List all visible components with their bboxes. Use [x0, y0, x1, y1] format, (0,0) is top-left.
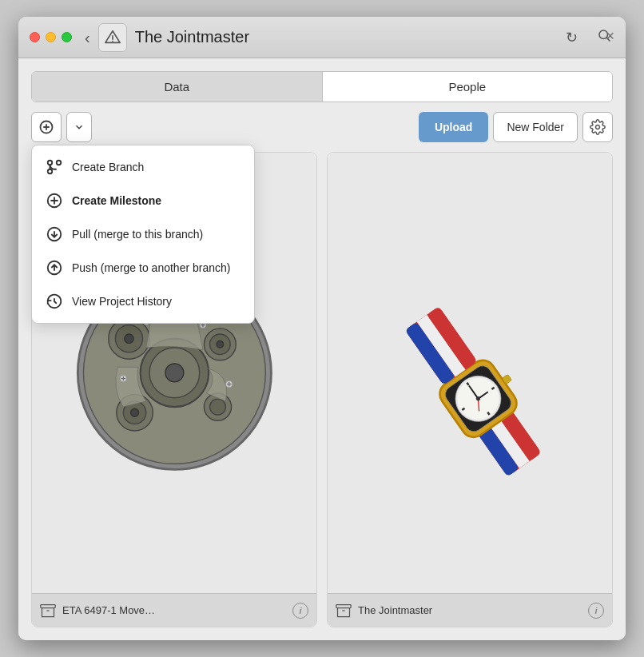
tab-people[interactable]: People: [323, 72, 613, 102]
menu-item-push[interactable]: Push (merge to another branch): [32, 251, 254, 285]
svg-rect-48: [41, 604, 55, 607]
new-folder-button[interactable]: New Folder: [493, 112, 578, 142]
item-info-button-0[interactable]: i: [292, 603, 308, 619]
item-name-1: The Jointmaster: [358, 604, 582, 616]
grid-item-thumbnail-1: [328, 153, 612, 593]
maximize-traffic-light[interactable]: [62, 32, 72, 42]
tab-bar: Data People: [31, 71, 613, 102]
app-icon: [98, 23, 127, 52]
svg-line-59: [487, 412, 489, 415]
window-close-button[interactable]: ×: [606, 28, 614, 45]
svg-point-30: [217, 341, 224, 348]
settings-button[interactable]: [582, 112, 613, 142]
item-type-icon-0: [40, 603, 56, 619]
svg-line-58: [467, 383, 468, 385]
svg-point-10: [48, 161, 53, 165]
menu-item-pull[interactable]: Pull (merge to this branch): [32, 217, 254, 251]
dropdown-button[interactable]: [66, 112, 92, 142]
tab-data[interactable]: Data: [32, 72, 322, 102]
item-name-0: ETA 6497-1 Move…: [62, 604, 286, 616]
grid-item-footer-0: ETA 6497-1 Move… i: [32, 593, 316, 627]
close-traffic-light[interactable]: [30, 32, 40, 42]
traffic-lights: [30, 32, 72, 42]
minimize-traffic-light[interactable]: [46, 32, 56, 42]
svg-point-27: [124, 334, 133, 343]
create-milestone-icon: [45, 191, 64, 210]
toolbar: Upload New Folder: [31, 112, 613, 142]
add-button[interactable]: [31, 112, 62, 142]
svg-point-35: [209, 399, 225, 415]
push-icon: [45, 258, 64, 277]
title-bar: ‹ The Jointmaster ↻ ×: [18, 17, 626, 58]
svg-point-2: [112, 40, 113, 42]
refresh-button[interactable]: ↻: [563, 26, 581, 50]
dropdown-menu: Create Branch Create Milestone: [31, 145, 255, 324]
svg-point-8: [596, 125, 600, 129]
history-icon: [45, 292, 64, 311]
svg-point-9: [48, 169, 53, 174]
window-title: The Jointmaster: [135, 28, 563, 46]
content-area: Data People Upload New Folder: [18, 58, 626, 640]
item-type-icon-1: [336, 603, 352, 619]
item-info-button-1[interactable]: i: [588, 603, 604, 619]
back-button[interactable]: ‹: [85, 30, 90, 46]
menu-item-create-branch[interactable]: Create Branch: [32, 150, 254, 184]
svg-line-60: [462, 408, 464, 410]
svg-point-24: [165, 364, 184, 382]
grid-item-1[interactable]: The Jointmaster i: [327, 152, 613, 627]
upload-button[interactable]: Upload: [419, 112, 488, 142]
menu-item-history[interactable]: View Project History: [32, 285, 254, 318]
svg-line-61: [491, 388, 494, 389]
grid-item-footer-1: The Jointmaster i: [328, 593, 612, 627]
main-window: ‹ The Jointmaster ↻ × Data Peop: [18, 17, 626, 640]
svg-point-11: [57, 161, 62, 165]
menu-item-create-milestone[interactable]: Create Milestone: [32, 184, 254, 217]
svg-rect-71: [336, 604, 351, 607]
create-branch-icon: [45, 157, 64, 177]
svg-point-33: [130, 408, 138, 416]
pull-icon: [45, 225, 64, 244]
